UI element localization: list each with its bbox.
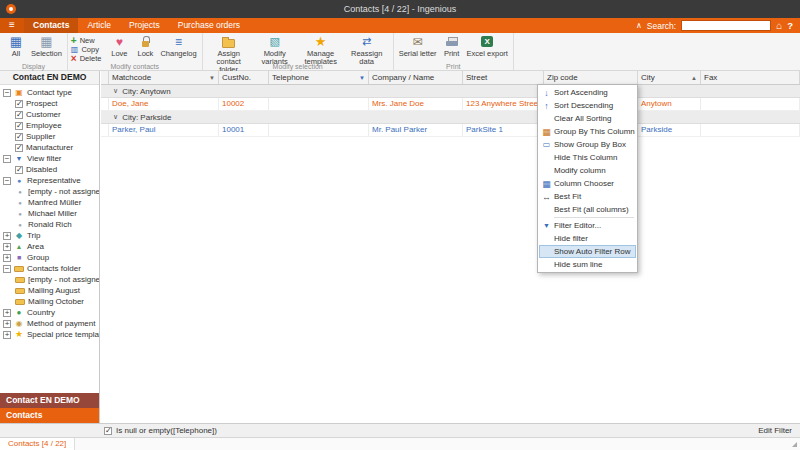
table-row[interactable]: Doe, Jane10002Mrs. Jane Doe123 Anywhere … [101, 98, 800, 111]
column-header-matchcode[interactable]: Matchcode▼ [109, 71, 219, 84]
menu-item-sort-descending[interactable]: ↑Sort Descending [539, 99, 636, 112]
tab-purchase-orders[interactable]: Purchase orders [169, 18, 249, 33]
tree-node-method-of-payment[interactable]: +◉Method of payment [0, 318, 99, 329]
menu-item-clear-all-sorting[interactable]: Clear All Sorting [539, 112, 636, 125]
new-button[interactable]: +New [71, 36, 102, 45]
tree-item-ronald-rich[interactable]: ●Ronald Rich [0, 219, 99, 230]
manage-templates-button[interactable]: ★Manage templates [298, 34, 344, 66]
bottom-tab-contacts[interactable]: Contacts [4 / 22] [0, 438, 75, 450]
tree-item-prospect[interactable]: Prospect [0, 98, 99, 109]
checkbox[interactable] [15, 100, 23, 108]
expand-icon[interactable]: + [3, 254, 11, 262]
expand-icon[interactable]: + [3, 309, 11, 317]
tree-item-michael-miller[interactable]: ●Michael Miller [0, 208, 99, 219]
menu-item-sort-ascending[interactable]: ↓Sort Ascending [539, 86, 636, 99]
tree-item-empty-not-assigned[interactable]: ●[empty - not assigned] [0, 186, 99, 197]
collapse-icon[interactable]: − [3, 265, 11, 273]
excel-export-button[interactable]: XExcel export [465, 34, 510, 58]
menu-item-best-fit[interactable]: ↔Best Fit [539, 190, 636, 203]
selection-button[interactable]: ▦Selection [29, 34, 64, 58]
reassign-data-button[interactable]: ⇄Reassign data [344, 34, 390, 66]
tree-item-mailing-august[interactable]: Mailing August [0, 285, 99, 296]
home-icon[interactable] [776, 19, 782, 32]
tab-projects[interactable]: Projects [120, 18, 169, 33]
menu-item-hide-sum-line[interactable]: Hide sum line [539, 258, 636, 271]
expand-icon[interactable]: + [3, 232, 11, 240]
expand-icon[interactable]: + [3, 320, 11, 328]
payment-icon: ◉ [14, 320, 24, 328]
menu-item-show-group-by-box[interactable]: ▭Show Group By Box [539, 138, 636, 151]
checkbox[interactable] [15, 133, 23, 141]
filter-checkbox[interactable] [104, 427, 112, 435]
tree-node-country[interactable]: +●Country [0, 307, 99, 318]
collapse-icon[interactable]: − [3, 155, 11, 163]
filter-icon[interactable]: ▼ [359, 75, 365, 81]
expand-icon[interactable]: + [3, 331, 11, 339]
tree-node-special-price-templates[interactable]: +★Special price templates [0, 329, 99, 340]
collapse-ribbon-icon[interactable] [636, 21, 642, 30]
tree-node-representative[interactable]: −●Representative [0, 175, 99, 186]
menu-item-label: Group By This Column [554, 127, 635, 136]
tree-item-customer[interactable]: Customer [0, 109, 99, 120]
column-header-fax[interactable]: Fax [701, 71, 800, 84]
tree-node-contact-type[interactable]: −▣Contact type [0, 87, 99, 98]
checkbox[interactable] [15, 144, 23, 152]
modify-variants-button[interactable]: ▧Modify variants [252, 34, 298, 66]
search-input[interactable] [681, 20, 771, 31]
tree-node-trip[interactable]: +◆Trip [0, 230, 99, 241]
tree-item-employee[interactable]: Employee [0, 120, 99, 131]
collapse-icon[interactable]: − [3, 89, 11, 97]
menu-item-best-fit-all-columns[interactable]: Best Fit (all columns) [539, 203, 636, 216]
expand-icon[interactable]: + [3, 243, 11, 251]
tree-item-disabled[interactable]: Disabled [0, 164, 99, 175]
menu-item-column-chooser[interactable]: ▦Column Chooser [539, 177, 636, 190]
group-row-city-anytown[interactable]: City: Anytown [101, 85, 800, 98]
ribbon-group-label: Display [0, 63, 67, 70]
column-header-custno[interactable]: CustNo. [219, 71, 269, 84]
column-header-city[interactable]: City▲ [638, 71, 701, 84]
print-button[interactable]: Print [439, 34, 465, 58]
tree-item-manfred-m-ller[interactable]: ●Manfred Müller [0, 197, 99, 208]
checkbox[interactable] [15, 166, 23, 174]
table-row[interactable]: Parker, Paul10001Mr. Paul ParkerParkSite… [101, 124, 800, 137]
serial-letter-button[interactable]: ✉Serial letter [397, 34, 439, 58]
help-icon[interactable]: ? [787, 20, 793, 31]
all-button[interactable]: ▦All [3, 34, 29, 58]
menu-item-label: Best Fit (all columns) [554, 205, 629, 214]
menu-item-hide-this-column[interactable]: Hide This Column [539, 151, 636, 164]
tree-item-manufacturer[interactable]: Manufacturer [0, 142, 99, 153]
tree-node-group[interactable]: +■Group [0, 252, 99, 263]
menu-item-filter-editor[interactable]: ▼Filter Editor... [539, 219, 636, 232]
menu-item-group-by-this-column[interactable]: ▦Group By This Column [539, 125, 636, 138]
delete-button[interactable]: ×Delete [71, 54, 102, 63]
checkbox[interactable] [15, 122, 23, 130]
menu-item-show-auto-filter-row[interactable]: Show Auto Filter Row [539, 245, 636, 258]
tab-contacts[interactable]: Contacts [24, 18, 78, 33]
group-row-city-parkside[interactable]: City: Parkside [101, 111, 800, 124]
tree-node-area[interactable]: +▲Area [0, 241, 99, 252]
column-header-telephone[interactable]: Telephone▼ [269, 71, 369, 84]
tree-node-view-filter[interactable]: −▼View filter [0, 153, 99, 164]
tree-item-empty-not-assigned[interactable]: [empty - not assigned] [0, 274, 99, 285]
menu-item-hide-filter[interactable]: Hide filter [539, 232, 636, 245]
edit-filter-button[interactable]: Edit Filter [758, 426, 800, 435]
nav-button-contacts[interactable]: Contacts [0, 408, 99, 423]
checkbox[interactable] [15, 111, 23, 119]
nav-button-contact-en-demo[interactable]: Contact EN DEMO [0, 393, 99, 408]
filter-dropdown-icon[interactable]: ▼ [209, 75, 215, 81]
column-header-company-name[interactable]: Company / Name [369, 71, 463, 84]
menu-item-label: Sort Descending [554, 101, 613, 110]
lock-button[interactable]: Lock [132, 34, 158, 58]
excel-icon: X [481, 36, 493, 47]
collapse-icon[interactable]: − [3, 177, 11, 185]
column-header-street[interactable]: Street [463, 71, 544, 84]
tab-article[interactable]: Article [78, 18, 120, 33]
tree-item-supplier[interactable]: Supplier [0, 131, 99, 142]
tree-node-contacts-folder[interactable]: −Contacts folder [0, 263, 99, 274]
love-button[interactable]: ♥Love [106, 34, 132, 58]
changelog-button[interactable]: ≡Changelog [158, 34, 198, 58]
tree-item-mailing-october[interactable]: Mailing October [0, 296, 99, 307]
menu-icon[interactable] [0, 18, 24, 33]
menu-item-modify-column[interactable]: Modify column [539, 164, 636, 177]
column-header-zip-code[interactable]: Zip code [544, 71, 638, 84]
